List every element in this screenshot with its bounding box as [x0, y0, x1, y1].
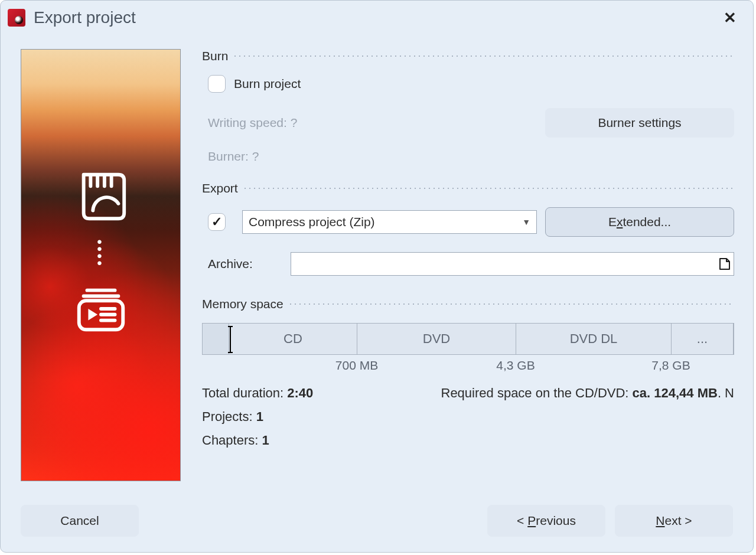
previous-button[interactable]: < Previous	[487, 505, 605, 537]
close-icon[interactable]: ✕	[719, 6, 741, 30]
browse-folder-icon[interactable]	[716, 257, 734, 271]
chevron-down-icon: ▼	[522, 217, 530, 227]
titlebar: Export project ✕	[1, 1, 753, 35]
media-stack-icon	[72, 280, 130, 338]
memory-ticks: 700 MB 4,3 GB 7,8 GB	[202, 358, 734, 376]
export-project-dialog: Export project ✕ ••••	[0, 0, 754, 553]
memory-space-bar: CD DVD DVD DL ...	[202, 323, 734, 355]
memory-cd-segment: CD	[229, 324, 357, 354]
burn-project-checkbox[interactable]	[208, 75, 226, 93]
memory-used-segment	[203, 324, 229, 354]
app-icon	[8, 9, 25, 27]
next-button[interactable]: Next >	[615, 505, 733, 537]
window-title: Export project	[34, 8, 719, 27]
total-duration: Total duration: 2:40 Required space on t…	[202, 386, 734, 401]
sd-card-icon	[72, 168, 130, 226]
chapters-count: Chapters: 1	[202, 433, 734, 448]
wizard-illustration: ••••	[21, 49, 181, 481]
cancel-button[interactable]: Cancel	[21, 505, 139, 537]
required-space: Required space on the CD/DVD: ca. 124,44…	[441, 386, 735, 401]
burner-label: Burner: ?	[208, 149, 259, 163]
archive-label: Archive:	[208, 257, 253, 271]
section-memory-header: Memory space	[202, 297, 734, 311]
extended-button[interactable]: Extended...	[545, 207, 734, 237]
archive-input[interactable]	[291, 253, 716, 275]
compress-format-select[interactable]: Compress project (Zip) ▼	[242, 210, 537, 234]
dots-icon: ••••	[97, 239, 104, 267]
section-burn-header: Burn	[202, 49, 734, 63]
memory-dvddl-segment: DVD DL	[516, 324, 672, 354]
burn-project-label: Burn project	[234, 77, 301, 91]
projects-count: Projects: 1	[202, 409, 734, 425]
section-export-header: Export	[202, 181, 734, 195]
compress-checkbox[interactable]	[208, 213, 226, 231]
memory-dvd-segment: DVD	[357, 324, 516, 354]
burner-settings-button[interactable]: Burner settings	[545, 108, 734, 138]
writing-speed-label: Writing speed: ?	[208, 116, 297, 130]
memory-rest-segment: ...	[672, 324, 734, 354]
